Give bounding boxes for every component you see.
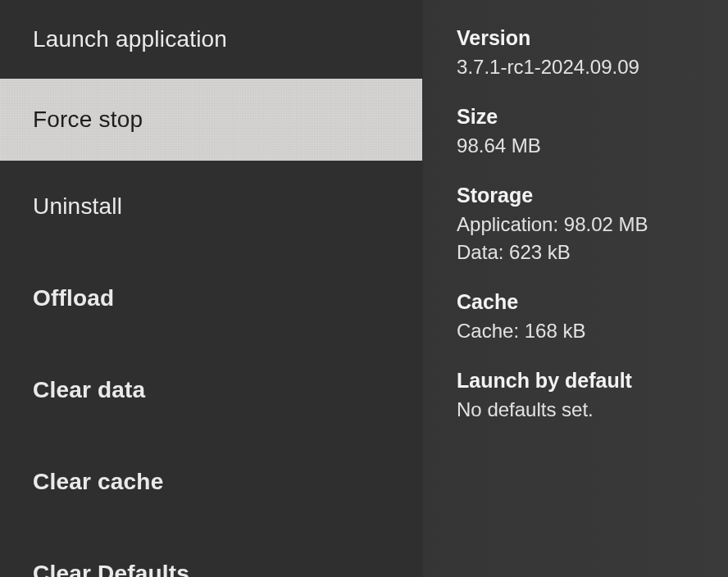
info-cache-label: Cache — [457, 290, 708, 314]
info-size: Size 98.64 MB — [457, 105, 708, 161]
info-cache-value: Cache: 168 kB — [457, 317, 708, 346]
app-actions-menu: Launch application Force stop Uninstall … — [0, 0, 422, 577]
info-launch-default: Launch by default No defaults set. — [457, 369, 708, 425]
info-size-value: 98.64 MB — [457, 132, 708, 161]
menu-item-clear-data[interactable]: Clear data — [0, 344, 422, 436]
info-storage-data: Data: 623 kB — [457, 239, 708, 267]
menu-item-clear-defaults[interactable]: Clear Defaults — [0, 528, 422, 577]
info-storage-label: Storage — [457, 184, 708, 207]
info-version-label: Version — [457, 26, 708, 50]
app-info-panel: Version 3.7.1-rc1-2024.09.09 Size 98.64 … — [422, 0, 728, 577]
menu-item-force-stop[interactable]: Force stop — [0, 79, 422, 161]
info-storage: Storage Application: 98.02 MB Data: 623 … — [457, 184, 708, 268]
info-cache: Cache Cache: 168 kB — [457, 290, 708, 346]
info-storage-application: Application: 98.02 MB — [457, 211, 708, 239]
info-version-value: 3.7.1-rc1-2024.09.09 — [457, 53, 708, 82]
info-launch-default-value: No defaults set. — [457, 396, 708, 425]
menu-item-offload[interactable]: Offload — [0, 252, 422, 344]
menu-item-clear-cache[interactable]: Clear cache — [0, 436, 422, 528]
info-launch-default-label: Launch by default — [457, 369, 708, 393]
menu-item-launch-application[interactable]: Launch application — [0, 8, 422, 79]
info-size-label: Size — [457, 105, 708, 129]
info-version: Version 3.7.1-rc1-2024.09.09 — [457, 26, 708, 82]
menu-item-uninstall[interactable]: Uninstall — [0, 161, 422, 252]
